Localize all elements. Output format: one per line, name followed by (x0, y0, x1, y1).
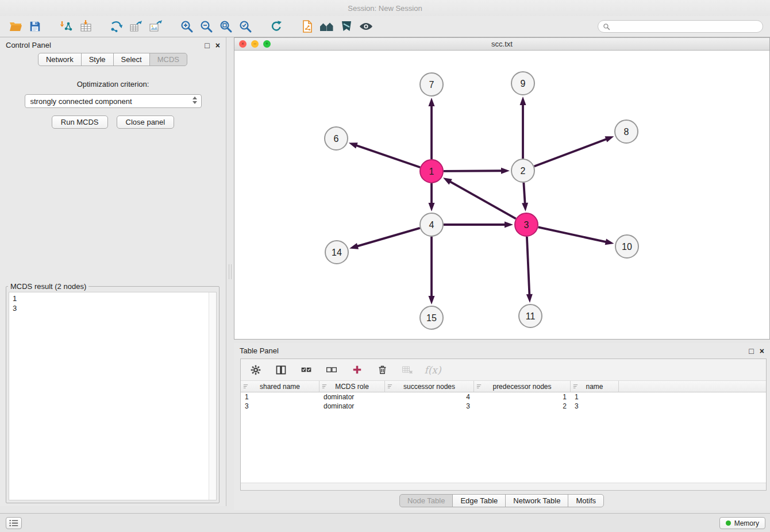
network-from-selection-button[interactable] (107, 18, 126, 35)
open-document-button[interactable] (298, 18, 317, 35)
close-window-icon[interactable]: × (239, 40, 247, 48)
home-icon (319, 20, 334, 33)
node-2[interactable]: 2 (511, 159, 534, 182)
table-header-row: shared nameMCDS rolesuccessor nodesprede… (241, 381, 766, 392)
node-8[interactable]: 8 (615, 120, 638, 143)
tab-mcds[interactable]: MCDS (149, 53, 187, 66)
delete-table-button[interactable] (401, 363, 414, 377)
table-horizontal-scrollbar[interactable] (241, 483, 766, 490)
result-item[interactable]: 1 (9, 294, 209, 303)
result-item[interactable]: 3 (9, 303, 209, 313)
checked-boxes-icon (300, 364, 313, 376)
column-header-name[interactable]: name (571, 381, 619, 392)
deselect-all-rows-button[interactable] (325, 363, 338, 377)
close-panel-button[interactable]: Close panel (117, 115, 175, 129)
node-6[interactable]: 6 (325, 127, 348, 150)
memory-button[interactable]: Memory (719, 517, 765, 529)
edge-4-14[interactable] (357, 228, 420, 246)
edge-3-1[interactable] (449, 182, 515, 219)
node-7[interactable]: 7 (420, 73, 443, 96)
tab-select[interactable]: Select (113, 53, 150, 66)
add-column-button[interactable] (350, 363, 364, 377)
column-header-MCDS-role[interactable]: MCDS role (319, 381, 385, 392)
mcds-result-list-box: 13 (9, 292, 217, 500)
node-11[interactable]: 11 (519, 304, 542, 327)
floppy-disk-icon (29, 20, 41, 33)
table-panel: Table Panel □ × (234, 343, 770, 510)
columns-icon (275, 364, 287, 376)
delete-columns-button[interactable] (375, 363, 389, 377)
edge-3-11[interactable] (527, 237, 529, 295)
tab-node-table[interactable]: Node Table (399, 494, 453, 507)
network-window-titlebar[interactable]: × − + scc.txt (234, 38, 769, 51)
node-3[interactable]: 3 (515, 213, 538, 236)
zoom-window-icon[interactable]: + (263, 40, 271, 48)
control-panel-header: Control Panel □ × (0, 37, 226, 53)
tab-motifs[interactable]: Motifs (568, 494, 604, 507)
zoom-out-button[interactable] (197, 18, 216, 35)
column-header-shared-name[interactable]: shared name (241, 381, 319, 392)
network-window-title: scc.txt (491, 40, 513, 48)
zoom-fit-button[interactable] (216, 18, 236, 35)
network-canvas[interactable]: 7968124310141511 (234, 51, 769, 339)
column-header-successor-nodes[interactable]: successor nodes (385, 381, 474, 392)
node-label: 1 (429, 167, 434, 176)
float-panel-icon[interactable]: □ (205, 41, 209, 49)
show-columns-button[interactable] (274, 363, 288, 377)
node-label: 10 (622, 242, 632, 252)
import-network-button[interactable] (56, 18, 76, 35)
show-hide-graphics-button[interactable] (356, 18, 376, 35)
apply-layout-button[interactable] (267, 18, 286, 35)
node-15[interactable]: 15 (420, 306, 443, 329)
edge-3-10[interactable] (538, 227, 607, 242)
node-4[interactable]: 4 (420, 213, 443, 236)
show-all-networks-button[interactable] (317, 18, 337, 35)
optimization-criterion-select[interactable]: strongly connected component (25, 94, 202, 108)
open-session-button[interactable] (6, 18, 25, 35)
zoom-in-button[interactable] (177, 18, 197, 35)
run-mcds-button[interactable]: Run MCDS (52, 115, 108, 129)
import-table-button[interactable] (76, 18, 95, 35)
panel-splitter[interactable] (227, 37, 233, 506)
edge-2-3[interactable] (523, 183, 525, 204)
column-header-predecessor-nodes[interactable]: predecessor nodes (474, 381, 571, 392)
tab-style[interactable]: Style (81, 53, 114, 66)
edge-2-8[interactable] (534, 139, 607, 167)
search-input[interactable] (610, 21, 763, 32)
table-row[interactable]: 1dominator411 (241, 392, 766, 402)
node-14[interactable]: 14 (325, 241, 348, 264)
network-view-window: × − + scc.txt 7968124310141511 (234, 37, 770, 340)
edge-arrow-icon (349, 142, 358, 148)
task-history-button[interactable] (6, 517, 22, 529)
tab-network[interactable]: Network (38, 53, 82, 66)
save-session-button[interactable] (25, 18, 45, 35)
node-9[interactable]: 9 (511, 72, 534, 95)
table-row[interactable]: 3dominator323 (241, 402, 766, 411)
import-network-icon (59, 20, 73, 33)
mcds-result-group: MCDS result (2 nodes) 13 (6, 282, 220, 503)
float-table-panel-icon[interactable]: □ (749, 347, 753, 355)
table-tabs: Node TableEdge TableNetwork TableMotifs (400, 494, 604, 507)
select-all-rows-button[interactable] (299, 363, 313, 377)
export-table-button[interactable] (126, 18, 146, 35)
close-panel-icon[interactable]: × (215, 41, 220, 49)
zoom-fit-icon (219, 20, 233, 33)
apply-function-button[interactable]: f(x) (426, 363, 440, 377)
result-scrollbar[interactable] (209, 292, 216, 500)
zoom-selected-button[interactable] (236, 18, 255, 35)
apply-style-button[interactable] (337, 18, 356, 35)
minimize-window-icon[interactable]: − (251, 40, 259, 48)
column-header-label: predecessor nodes (492, 383, 551, 391)
node-label: 15 (426, 313, 437, 323)
close-table-panel-icon[interactable]: × (760, 347, 764, 355)
tab-edge-table[interactable]: Edge Table (452, 494, 506, 507)
column-settings-button[interactable] (249, 363, 263, 377)
edge-1-2[interactable] (444, 171, 502, 171)
export-image-button[interactable] (146, 18, 165, 35)
edge-1-6[interactable] (356, 145, 420, 167)
tab-network-table[interactable]: Network Table (505, 494, 568, 507)
edge-arrow-icon (501, 168, 510, 174)
node-1[interactable]: 1 (420, 160, 443, 183)
node-10[interactable]: 10 (615, 235, 638, 258)
table-body: 1dominator4113dominator323 (241, 392, 766, 411)
